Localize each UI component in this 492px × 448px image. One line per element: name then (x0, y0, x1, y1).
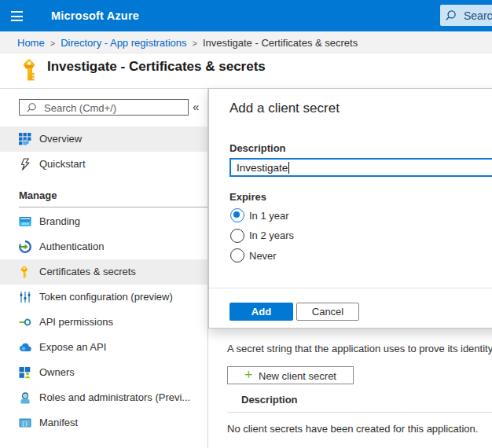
svg-text:www: www (21, 222, 30, 226)
svg-text:( ): ( ) (22, 420, 27, 427)
